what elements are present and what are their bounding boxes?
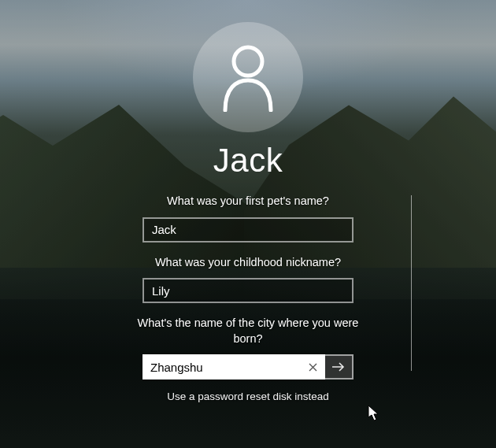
arrow-right-icon — [331, 361, 346, 372]
question-3-label: What's the name of the city where you we… — [130, 316, 366, 346]
user-display-name: Jack — [213, 142, 283, 180]
question-3-input[interactable] — [143, 354, 325, 380]
question-3-row — [143, 354, 353, 380]
question-1-input[interactable] — [143, 217, 353, 243]
user-icon — [217, 43, 279, 112]
user-avatar — [193, 22, 303, 132]
clear-icon[interactable] — [305, 354, 320, 380]
vertical-divider — [411, 195, 412, 371]
use-reset-disk-link[interactable]: Use a password reset disk instead — [167, 391, 329, 402]
question-3-input-wrap — [143, 354, 325, 380]
submit-button[interactable] — [325, 354, 353, 380]
svg-point-0 — [234, 47, 262, 76]
question-2-label: What was your childhood nickname? — [155, 255, 341, 271]
security-questions-block: What was your first pet's name? What was… — [122, 194, 374, 402]
login-stage: Jack What was your first pet's name? Wha… — [0, 0, 496, 448]
question-1-label: What was your first pet's name? — [167, 194, 329, 209]
question-2-input[interactable] — [143, 278, 353, 303]
